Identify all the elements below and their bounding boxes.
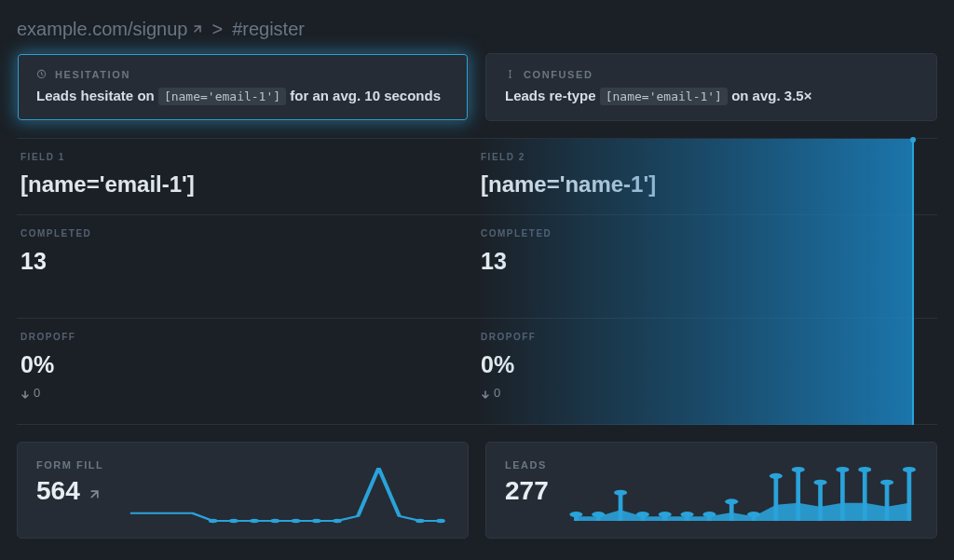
svg-point-41 bbox=[903, 467, 916, 472]
metric-label: DROPOFF bbox=[20, 332, 473, 342]
svg-point-19 bbox=[658, 512, 671, 517]
metric-label: FIELD 2 bbox=[481, 152, 934, 162]
sparkline-leads bbox=[567, 459, 918, 525]
tile-label: LEADS bbox=[505, 459, 549, 471]
metric-value: 13 bbox=[481, 248, 934, 275]
svg-point-8 bbox=[416, 519, 425, 523]
svg-point-4 bbox=[271, 519, 280, 523]
insight-text-suffix: for an avg. 10 seconds bbox=[290, 88, 441, 103]
text-cursor-icon bbox=[505, 69, 516, 80]
card-title-text: CONFUSED bbox=[524, 69, 593, 80]
tile-value: 564 bbox=[36, 476, 103, 506]
svg-point-29 bbox=[770, 473, 783, 479]
field-chip: [name='email-1'] bbox=[158, 88, 286, 105]
card-title: CONFUSED bbox=[505, 69, 918, 80]
svg-point-11 bbox=[569, 512, 582, 517]
tile-leads[interactable]: LEADS 277 bbox=[485, 442, 937, 539]
svg-point-7 bbox=[333, 519, 342, 523]
metric-label: COMPLETED bbox=[481, 228, 934, 239]
card-body: Leads re-type [name='email-1'] on avg. 3… bbox=[505, 88, 918, 103]
field-column-2: FIELD 2 [name='name-1'] COMPLETED 13 DRO… bbox=[477, 139, 937, 425]
svg-point-13 bbox=[592, 512, 605, 517]
arrow-down-icon bbox=[481, 389, 490, 398]
metric-label: FIELD 1 bbox=[20, 152, 473, 162]
metric-delta-value: 0 bbox=[494, 386, 500, 400]
svg-point-17 bbox=[636, 512, 649, 517]
svg-point-23 bbox=[702, 512, 716, 517]
metric-delta: 0 bbox=[20, 386, 473, 400]
metric-delta: 0 bbox=[481, 386, 934, 400]
svg-point-9 bbox=[436, 519, 445, 523]
svg-point-3 bbox=[250, 519, 259, 523]
arrow-down-icon bbox=[20, 389, 30, 398]
insight-card-confused[interactable]: CONFUSED Leads re-type [name='email-1'] … bbox=[485, 53, 937, 121]
external-link-icon[interactable] bbox=[191, 19, 202, 30]
breadcrumb: example.com/signup > #register bbox=[0, 0, 954, 53]
svg-point-31 bbox=[791, 467, 804, 472]
insight-card-hesitation[interactable]: HESITATION Leads hesitate on [name='emai… bbox=[17, 53, 469, 121]
metric-dropoff: DROPOFF 0% 0 bbox=[477, 319, 937, 425]
external-link-icon[interactable] bbox=[88, 478, 99, 489]
svg-point-37 bbox=[858, 467, 871, 472]
breadcrumb-separator: > bbox=[211, 19, 223, 40]
metric-value: 13 bbox=[20, 248, 473, 275]
svg-point-27 bbox=[747, 512, 760, 517]
svg-point-21 bbox=[680, 512, 693, 517]
card-body: Leads hesitate on [name='email-1'] for a… bbox=[36, 88, 449, 103]
svg-point-15 bbox=[614, 490, 627, 496]
metric-delta-value: 0 bbox=[34, 386, 40, 400]
svg-point-35 bbox=[836, 467, 849, 472]
tile-value-number: 564 bbox=[36, 476, 80, 506]
metric-value: [name='name-1'] bbox=[481, 171, 934, 198]
field-chip: [name='email-1'] bbox=[600, 88, 728, 105]
tile-label: FORM FILL bbox=[36, 459, 103, 471]
svg-point-6 bbox=[312, 519, 321, 523]
metric-value: 0% bbox=[20, 351, 473, 378]
metric-field-name: FIELD 1 [name='email-1'] bbox=[17, 139, 477, 215]
svg-point-39 bbox=[880, 480, 893, 485]
metric-dropoff: DROPOFF 0% 0 bbox=[17, 319, 477, 425]
svg-point-1 bbox=[209, 519, 218, 523]
tile-form-fill[interactable]: FORM FILL 564 bbox=[17, 442, 469, 539]
svg-point-25 bbox=[725, 499, 738, 504]
insight-text-suffix: on avg. 3.5× bbox=[731, 88, 811, 103]
clock-icon bbox=[36, 69, 48, 80]
metric-field-name: FIELD 2 [name='name-1'] bbox=[477, 139, 937, 215]
svg-point-2 bbox=[229, 519, 238, 523]
metrics-grid: FIELD 1 [name='email-1'] COMPLETED 13 DR… bbox=[17, 138, 937, 425]
svg-point-5 bbox=[292, 519, 301, 523]
metric-value: 0% bbox=[481, 351, 934, 378]
breadcrumb-anchor: #register bbox=[232, 19, 305, 40]
insight-text-prefix: Leads hesitate on bbox=[36, 88, 155, 103]
metric-completed: COMPLETED 13 bbox=[17, 215, 477, 319]
card-title: HESITATION bbox=[36, 69, 449, 80]
insight-text-prefix: Leads re-type bbox=[505, 88, 596, 103]
tile-value: 277 bbox=[505, 476, 549, 506]
metric-label: DROPOFF bbox=[481, 332, 934, 342]
metric-value: [name='email-1'] bbox=[20, 171, 473, 198]
breadcrumb-path[interactable]: example.com/signup bbox=[17, 19, 187, 40]
svg-point-33 bbox=[813, 480, 826, 485]
metric-completed: COMPLETED 13 bbox=[477, 215, 937, 319]
tile-value-number: 277 bbox=[505, 476, 549, 506]
field-column-1: FIELD 1 [name='email-1'] COMPLETED 13 DR… bbox=[17, 139, 477, 425]
metric-label: COMPLETED bbox=[20, 228, 473, 239]
card-title-text: HESITATION bbox=[55, 69, 130, 80]
sparkline-form-fill bbox=[122, 459, 449, 525]
